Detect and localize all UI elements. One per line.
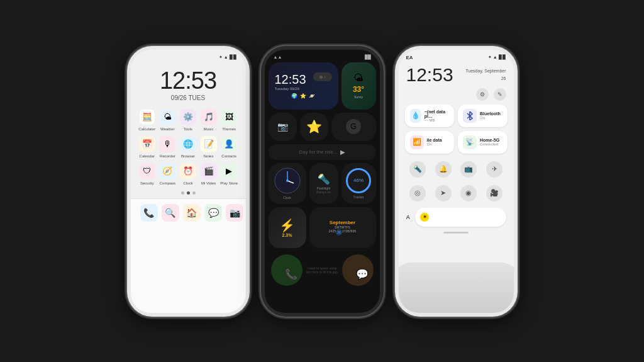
app-compass[interactable]: 🧭 Compass — [157, 163, 178, 185]
themes-icon: 🖼 — [221, 109, 237, 125]
play-store-label: Play Store — [220, 181, 238, 185]
recorder-label: Recorder — [160, 154, 175, 158]
brightness-thumb: ☀ — [420, 213, 429, 222]
flashlight-btn[interactable]: 🔦 — [409, 161, 426, 178]
mi-video-icon: 🎬 — [201, 163, 217, 179]
cc-tile-data-title: ~(net data pl... — [425, 110, 449, 118]
dark-widget-grid: 12:53 Tuesday 09/26 🌍 ⭐ — [265, 60, 380, 251]
play-icon[interactable]: ▶ — [340, 149, 345, 156]
dots-indicator — [131, 188, 246, 198]
cast-btn[interactable]: 📺 — [460, 161, 477, 178]
cc-tile-bt-sub: On — [480, 116, 501, 120]
security-icon: 🛡 — [139, 163, 155, 179]
wifi-icon: 📡 — [463, 135, 477, 149]
brightness-slider[interactable]: ☀ — [415, 208, 506, 227]
bottom-hint: I want to space some text here to fill t… — [305, 266, 340, 274]
dock-home[interactable]: 🏠 — [183, 204, 201, 222]
calendar-icon: 📅 — [139, 136, 155, 152]
app-themes[interactable]: 🖼 Themes — [219, 109, 240, 131]
app-weather[interactable]: 🌤 Weather — [157, 109, 178, 131]
tracker-label: Tracker — [353, 195, 364, 199]
dot-1 — [181, 191, 184, 195]
weather-widget: 🌤 33° Sunny — [341, 62, 376, 110]
app-play-store[interactable]: ▶ Play Store — [219, 163, 240, 185]
phone-1-status-bar: ✦ ▲ ▉ ▉ — [131, 50, 246, 60]
music-icon: 🎵 — [201, 109, 217, 125]
mobile-data-icon: 📶 — [410, 135, 424, 149]
dark-row-4: Clock 🔦 Flashlight Always on 46% Tracker — [269, 163, 376, 204]
tracker-ring: 46% — [346, 168, 371, 193]
planet-icons: 🌍 ⭐ 🪐 — [291, 93, 315, 99]
app-calculator[interactable]: 🧮 Calculator — [137, 109, 158, 131]
flashlight-widget[interactable]: 🔦 Flashlight Always on — [309, 163, 338, 204]
dark-row-3: Day for the ride... ▶ — [269, 144, 376, 160]
star-widget[interactable]: ⭐ — [300, 113, 328, 141]
temperature: 33° — [353, 85, 364, 94]
cc-tile-bluetooth[interactable]: Bluetooth On — [458, 105, 508, 127]
app-contacts[interactable]: 👤 Contacts — [219, 136, 240, 158]
cal-dates-row: 24252627282930 — [329, 229, 356, 235]
chat-widget[interactable]: 💬 — [342, 254, 374, 286]
cc-status-bar: EA ✦ ▲ ▉ ▉ — [399, 50, 514, 62]
dock-search[interactable]: 🔍 — [162, 204, 179, 222]
cc-tile-mobile-data[interactable]: 📶 ile data On — [405, 131, 455, 154]
energy-percent: 2.3% — [282, 233, 292, 237]
app-security[interactable]: 🛡 Security — [137, 163, 158, 185]
night-mode-btn[interactable]: ◎ — [409, 185, 426, 201]
dark-row-5: ⚡ 2.3% September SMTWTFS 24252627282930 — [269, 207, 376, 248]
app-mi-video[interactable]: 🎬 Mi Video — [198, 163, 219, 185]
cc-tile-mobile-sub: On — [427, 142, 442, 146]
google-widget[interactable]: G — [331, 113, 376, 141]
dark-date: Tuesday 09/26 — [275, 87, 306, 91]
phone2-signal: ▲▲ — [274, 55, 282, 60]
app-browser[interactable]: 🌐 Browser — [178, 136, 199, 158]
app-clock[interactable]: ⏰ Clock — [178, 163, 199, 185]
cc-quick-row-2: ◎ ➤ ◉ 🎥 — [399, 181, 514, 205]
phone2-bottom-row: 📞 I want to space some text here to fill… — [265, 251, 380, 290]
phone-call-widget[interactable]: 📞 — [271, 254, 303, 286]
cc-tile-wifi[interactable]: 📡 Home-5G Connected — [458, 131, 508, 154]
camera-pill — [313, 72, 332, 81]
browser-icon: 🌐 — [180, 136, 196, 152]
airplane-btn[interactable]: ✈ — [486, 161, 502, 178]
calendar-label: Calendar — [140, 154, 155, 158]
cc-tile-wifi-sub: Connected — [480, 142, 499, 146]
tracker-widget: 46% Tracker — [341, 163, 376, 204]
cc-tile-wifi-title: Home-5G — [480, 138, 499, 142]
dark-row-1: 12:53 Tuesday 09/26 🌍 ⭐ — [269, 62, 376, 110]
camera-widget[interactable]: 📷 — [269, 113, 297, 141]
app-music[interactable]: 🎵 Music — [198, 109, 219, 131]
weather-icon: 🌤 — [159, 109, 175, 125]
edit-icon[interactable]: ✎ — [494, 88, 506, 101]
phone-3: EA ✦ ▲ ▉ ▉ 12:53 Tuesday, September 26 ⚙… — [395, 46, 518, 317]
location-btn[interactable]: ➤ — [435, 185, 452, 201]
cc-date-line2: 26 — [501, 76, 506, 81]
energy-widget: ⚡ 2.3% — [269, 207, 306, 248]
focus-btn[interactable]: ◉ — [460, 185, 477, 201]
app-tools[interactable]: ⚙️ Tools — [178, 109, 199, 131]
notes-icon: 📝 — [201, 136, 217, 152]
dock-messages[interactable]: 💬 — [204, 204, 222, 222]
calculator-icon: 🧮 — [139, 109, 155, 125]
app-notes[interactable]: 📝 Notes — [198, 136, 219, 158]
weather-label: Weather — [160, 127, 175, 131]
cc-time: 12:53 — [406, 64, 453, 86]
clock-label-dark: Clock — [283, 196, 291, 200]
settings-icon[interactable]: ⚙ — [476, 88, 489, 101]
status-icons: ✦ ▲ ▉ ▉ — [219, 55, 237, 60]
browser-label: Browser — [181, 154, 195, 158]
cc-tile-mobile-title: ile data — [427, 138, 442, 142]
bell-btn[interactable]: 🔔 — [435, 161, 452, 178]
analog-clock-widget: Clock — [269, 163, 306, 204]
cc-tiles-grid: 💧 ~(net data pl... — MB Bluetooth On — [399, 101, 514, 157]
cc-tile-mobile-text: ile data On — [427, 138, 442, 146]
dock-phone[interactable]: 📞 — [140, 204, 158, 222]
app-row-2: 📅 Calendar 🎙 Recorder 🌐 Browser 📝 Notes … — [137, 136, 240, 158]
app-calendar[interactable]: 📅 Calendar — [137, 136, 158, 158]
security-label: Security — [140, 181, 154, 185]
dock-camera[interactable]: 📷 — [226, 204, 243, 222]
app-recorder[interactable]: 🎙 Recorder — [157, 136, 178, 158]
cc-status-name: EA — [406, 55, 413, 60]
video-btn[interactable]: 🎥 — [486, 185, 502, 201]
cc-tile-data[interactable]: 💧 ~(net data pl... — MB — [405, 105, 455, 127]
